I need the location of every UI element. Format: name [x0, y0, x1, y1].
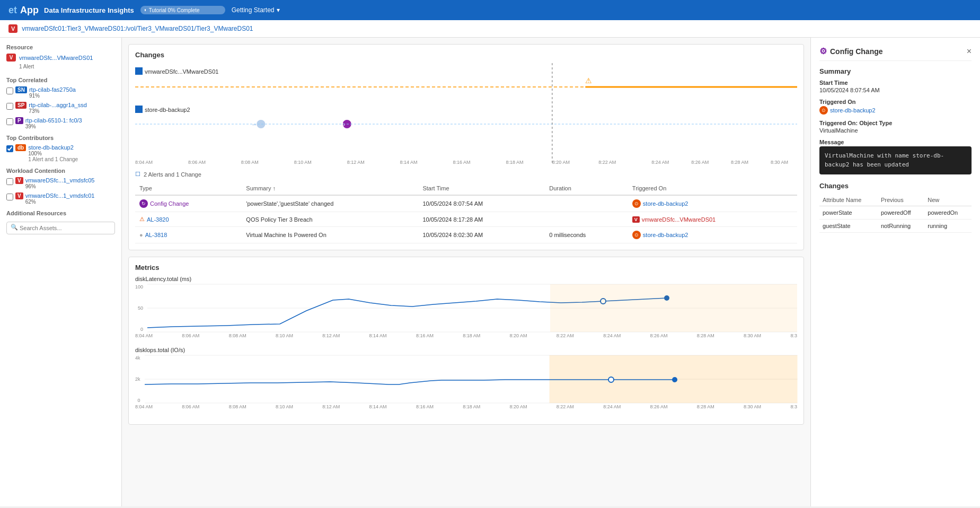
correlated-pct-1: 73% [29, 108, 86, 114]
xlabel-2: 8:08 AM [241, 160, 259, 165]
row0-starttime: 10/05/2024 8:07:54 AM [418, 195, 545, 212]
message-value: VirtualMachine with name store-db-backup… [825, 152, 944, 168]
table-row-0: ↻ Config Change 'powerState','guestState… [135, 195, 797, 212]
contributor-link-0[interactable]: store-db-backup2 [28, 144, 78, 151]
ilbl-13: 8:30 AM [744, 404, 761, 409]
workload-pct-0: 96% [25, 183, 95, 189]
row2-dot1-text: ··· [252, 122, 257, 127]
xlabel-7: 8:18 AM [506, 160, 523, 165]
row2-type-label[interactable]: AL-3818 [145, 232, 167, 238]
panel-new-1: running [924, 220, 972, 233]
ilbl-14: 8:3 [790, 404, 797, 409]
triggered-on-label: Triggered On [819, 99, 972, 105]
panel-title: ⚙ Config Change [819, 46, 883, 56]
xlabel-6: 8:16 AM [453, 160, 471, 165]
triggered-on-link[interactable]: ⊙ store-db-backup2 [819, 106, 972, 115]
getting-started-label: Getting Started [232, 6, 275, 14]
ilbl-11: 8:26 AM [650, 404, 667, 409]
row1-label: vmwareDSfc...VMwareDS01 [145, 68, 218, 75]
start-time-label: Start Time [819, 80, 972, 86]
iops-svg [145, 355, 797, 403]
lbl-11: 8:26 AM [650, 333, 667, 338]
correlated-checkbox-2[interactable] [6, 118, 13, 125]
workload-checkbox-1[interactable] [6, 194, 13, 200]
breadcrumb-path: vmwareDSfc01:Tier3_VMwareDS01:/vol/Tier3… [22, 25, 253, 32]
workload-item-1: V vmwareDSfc...1_vmdsfc01 62% [6, 192, 115, 205]
alerts-text: 2 Alerts and 1 Change [144, 171, 201, 178]
xlabel-0: 8:04 AM [135, 160, 153, 165]
alert-orange-icon: ⚠ [139, 216, 145, 223]
table-row-2: ● AL-3818 Virtual Machine Is Powered On … [135, 227, 797, 243]
correlated-link-2[interactable]: rtp-cilab-6510-1: fc0/3 [25, 117, 82, 124]
config-icon: ↻ [139, 199, 148, 208]
ilbl-3: 8:10 AM [276, 404, 293, 409]
latency-x-labels: 8:04 AM 8:06 AM 8:08 AM 8:10 AM 8:12 AM … [135, 333, 797, 338]
triggered-on-value[interactable]: store-db-backup2 [830, 107, 876, 113]
resource-link[interactable]: vmwareDSfc...VMwareDS01 [19, 55, 93, 61]
col-duration: Duration [545, 182, 628, 195]
lbl-13: 8:30 AM [744, 333, 761, 338]
workload-link-1[interactable]: vmwareDSfc...1_vmdsfc01 [25, 192, 95, 199]
panel-attr-0: powerState [819, 206, 878, 220]
lbl-3: 8:10 AM [276, 333, 293, 338]
panel-new-0: poweredOn [924, 206, 972, 220]
resource-alert-count: 1 Alert [19, 64, 115, 69]
iops-y-4k: 4k [135, 355, 140, 361]
lbl-0: 8:04 AM [135, 333, 153, 338]
row0-triggered-link[interactable]: store-db-backup2 [643, 200, 688, 207]
iops-y-0: 0 [135, 398, 140, 403]
ilbl-9: 8:22 AM [557, 404, 574, 409]
lbl-8: 8:20 AM [510, 333, 527, 338]
workload-badge-v0: V [15, 177, 23, 184]
xlabel-5: 8:14 AM [400, 160, 418, 165]
contributor-sub-0: 1 Alert and 1 Change [28, 156, 78, 162]
correlated-checkbox-0[interactable] [6, 87, 13, 94]
xlabel-10: 8:24 AM [651, 160, 669, 165]
row1-type-label[interactable]: AL-3820 [147, 216, 169, 223]
row1-triggered-link[interactable]: vmwareDSfc...VMwareDS01 [642, 216, 716, 223]
iops-y-2k: 2k [135, 376, 140, 382]
ilbl-12: 8:28 AM [697, 404, 714, 409]
contributor-pct-0: 100% [28, 151, 78, 156]
triggered-object-type-field: Triggered On: Object Type VirtualMachine [819, 120, 972, 134]
latency-y-50: 50 [135, 305, 143, 311]
message-label: Message [819, 139, 972, 145]
changes-title: Changes [135, 51, 797, 59]
workload-checkbox-0[interactable] [6, 178, 13, 185]
progress-bar[interactable]: Tutorial 0% Complete [140, 6, 225, 14]
triggered-on-icon: ⊙ [819, 106, 828, 115]
correlated-checkbox-1[interactable] [6, 103, 13, 110]
iops-end-dot [672, 377, 677, 382]
xlabel-12: 8:28 AM [731, 160, 748, 165]
panel-row-0: powerState poweredOff poweredOn [819, 206, 972, 220]
panel-title-text: Config Change [830, 47, 883, 56]
correlated-link-0[interactable]: rtp-cilab-fas2750a [29, 86, 76, 93]
row1-duration [545, 212, 628, 227]
row2-triggered-link[interactable]: store-db-backup2 [643, 232, 688, 238]
correlated-link-1[interactable]: rtp-cilab-...aggr1a_ssd [29, 102, 86, 108]
row0-type-label[interactable]: Config Change [150, 200, 189, 207]
content-area: Changes vmwareDSfc...VMwareDS01 ⚠ store-… [122, 38, 810, 506]
warning-icon: ⚠ [585, 76, 592, 85]
getting-started-button[interactable]: Getting Started ▾ [232, 6, 280, 14]
xlabel-11: 8:26 AM [691, 160, 709, 165]
xlabel-8: 8:20 AM [552, 160, 570, 165]
contributor-checkbox-0[interactable] [6, 145, 13, 152]
close-button[interactable]: × [967, 47, 972, 56]
triggered-icon-1: V [632, 216, 640, 223]
correlated-badge-sn: SN [15, 86, 27, 93]
row1-summary: QOS Policy Tier 3 Breach [242, 212, 418, 227]
triggered-on-field: Triggered On ⊙ store-db-backup2 [819, 99, 972, 115]
resource-badge: V [6, 54, 16, 62]
search-assets-input[interactable] [6, 222, 115, 234]
metrics-section: Metrics diskLatency.total (ms) 100 50 0 [128, 257, 804, 425]
changes-panel-section: Changes Attribute Name Previous New powe… [819, 182, 972, 233]
triggered-icon-0: ⊙ [632, 199, 641, 208]
workload-link-0[interactable]: vmwareDSfc...1_vmdsfc05 [25, 177, 95, 183]
col-type: Type [135, 182, 242, 195]
latency-y-axis: 100 50 0 [135, 284, 145, 332]
ilbl-8: 8:20 AM [510, 404, 527, 409]
lbl-4: 8:12 AM [322, 333, 340, 338]
top-nav: etApp Data Infrastructure Insights Tutor… [0, 0, 980, 20]
start-time-value: 10/05/2024 8:07:54 AM [819, 87, 972, 93]
